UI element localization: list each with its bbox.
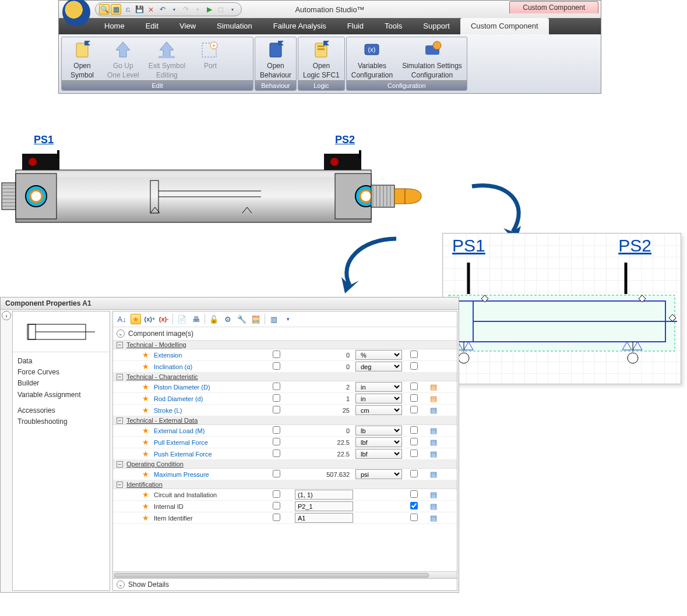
menu-tools[interactable]: Tools (374, 18, 413, 34)
star-icon[interactable]: ★ (142, 426, 152, 435)
property-action-icon[interactable]: ▤ (430, 383, 444, 391)
qat-btn-3[interactable]: ⎌ (122, 4, 133, 15)
menu-simulation[interactable]: Simulation (206, 18, 263, 34)
property-action-icon[interactable]: ▤ (430, 426, 444, 435)
unit-select[interactable]: lbf (355, 437, 402, 447)
nav-force-curves[interactable]: Force Curves (17, 367, 105, 378)
tool2-icon[interactable]: 🔧 (237, 314, 247, 324)
show-details-row[interactable]: ⌄ Show Details (113, 578, 457, 590)
property-checkbox-2[interactable] (410, 362, 418, 370)
property-text-input[interactable] (295, 490, 353, 500)
property-name[interactable]: Rod Diameter (d) (154, 395, 270, 402)
toolbar-more[interactable]: ▾ (283, 314, 293, 324)
ritem-open-behaviour[interactable]: Open Behaviour (255, 37, 296, 80)
property-checkbox[interactable] (273, 426, 280, 434)
property-checkbox[interactable] (273, 394, 280, 402)
property-checkbox-2[interactable] (410, 383, 418, 390)
chevron-down-icon[interactable]: ⌄ (117, 330, 125, 338)
property-name[interactable]: Push External Force (154, 451, 270, 458)
ritem-sim-settings[interactable]: Simulation Settings Configuration (397, 37, 467, 80)
nav-accessories[interactable]: Accessories (17, 405, 105, 416)
horizontal-scrollbar[interactable] (113, 571, 457, 578)
minus-icon[interactable]: − (117, 482, 123, 488)
star-icon[interactable]: ★ (142, 438, 152, 447)
star-icon[interactable]: ★ (142, 351, 152, 359)
sort-icon[interactable]: A↓ (117, 314, 127, 324)
star-icon[interactable]: ★ (142, 362, 152, 371)
property-checkbox[interactable] (273, 438, 280, 445)
ritem-open-symbol[interactable]: Open Symbol (62, 37, 103, 80)
ritem-open-logic[interactable]: Open Logic SFC1 (298, 37, 344, 80)
property-checkbox[interactable] (273, 502, 280, 509)
property-checkbox-2[interactable] (410, 514, 418, 521)
star-filter-icon[interactable]: ★ (131, 314, 141, 324)
property-checkbox-2[interactable] (410, 449, 418, 457)
property-text-input[interactable] (295, 501, 353, 511)
property-value[interactable]: 25 (295, 407, 353, 414)
property-checkbox[interactable] (273, 406, 280, 413)
ritem-variables-config[interactable]: (x) Variables Configuration (347, 37, 397, 80)
unit-select[interactable]: % (355, 350, 402, 360)
qat-more[interactable]: ▾ (227, 4, 238, 15)
menu-custom-component[interactable]: Custom Component (460, 18, 549, 34)
unit-select[interactable]: cm (355, 405, 402, 415)
nav-builder[interactable]: Builder (17, 378, 105, 389)
minus-icon[interactable]: − (117, 342, 123, 348)
property-action-icon[interactable]: ▤ (430, 502, 444, 511)
unit-select[interactable]: deg (355, 362, 402, 371)
remove-var-icon[interactable]: (x)- (158, 314, 169, 324)
property-name[interactable]: Stroke (L) (154, 407, 270, 414)
qat-btn-1[interactable]: 🔍 (99, 4, 110, 15)
nav-troubleshooting[interactable]: Troubleshooting (17, 416, 105, 427)
property-checkbox-2[interactable] (410, 406, 418, 413)
property-name[interactable]: Pull External Force (154, 439, 270, 446)
print-icon[interactable]: 🖶 (191, 314, 201, 324)
menu-fluid[interactable]: Fluid (337, 18, 374, 34)
property-action-icon[interactable]: ▤ (430, 514, 444, 522)
unit-select[interactable]: in (355, 394, 402, 403)
star-icon[interactable]: ★ (142, 502, 152, 511)
property-action-icon[interactable]: ▤ (430, 470, 444, 479)
property-checkbox-2[interactable] (410, 470, 418, 477)
property-action-icon[interactable]: ▤ (430, 406, 444, 415)
property-action-icon[interactable]: ▤ (430, 438, 444, 447)
menu-view[interactable]: View (169, 18, 206, 34)
qat-play-icon[interactable]: ▶ (204, 4, 214, 15)
component-images-row[interactable]: ⌄ Component image(s) (113, 327, 457, 341)
star-icon[interactable]: ★ (142, 514, 152, 522)
nav-variable-assignment[interactable]: Variable Assignment (17, 390, 105, 401)
property-group-header[interactable]: −Identification (113, 480, 457, 489)
qat-undo-dd[interactable]: ▾ (169, 4, 179, 15)
chevron-down-icon[interactable]: ⌄ (117, 580, 125, 589)
add-var-icon[interactable]: (x)+ (145, 314, 155, 324)
property-value[interactable]: 507.632 (295, 471, 353, 478)
property-checkbox-2[interactable] (410, 438, 418, 445)
property-checkbox[interactable] (273, 383, 280, 390)
property-checkbox[interactable] (273, 470, 280, 477)
property-checkbox[interactable] (273, 362, 280, 370)
qat-stop-icon[interactable]: ◻ (216, 4, 226, 15)
star-icon[interactable]: ★ (142, 449, 152, 458)
property-checkbox[interactable] (273, 351, 280, 358)
property-value[interactable]: 0 (295, 363, 353, 370)
star-icon[interactable]: ★ (142, 394, 152, 403)
property-checkbox-2[interactable] (410, 394, 418, 402)
qat-save-icon[interactable]: 💾 (134, 4, 145, 15)
property-action-icon[interactable]: ▤ (430, 394, 444, 403)
nav-data[interactable]: Data (17, 356, 105, 367)
property-value[interactable]: 2 (295, 384, 353, 391)
menu-support[interactable]: Support (413, 18, 460, 34)
minus-icon[interactable]: − (117, 461, 123, 468)
property-checkbox-2[interactable] (410, 502, 418, 509)
view-icon[interactable]: ▥ (269, 314, 279, 324)
property-checkbox[interactable] (273, 514, 280, 521)
property-group-header[interactable]: −Operating Condition (113, 460, 457, 469)
menu-home[interactable]: Home (94, 18, 135, 34)
qat-btn-2[interactable]: ▦ (111, 4, 121, 15)
schematic-canvas[interactable]: PS1 PS2 (442, 233, 681, 384)
menu-failure[interactable]: Failure Analysis (263, 18, 337, 34)
property-value[interactable]: 0 (295, 352, 353, 359)
property-action-icon[interactable]: ▤ (430, 490, 444, 499)
property-value[interactable]: 0 (295, 427, 353, 434)
qat-close-icon[interactable]: ⨯ (146, 4, 156, 15)
